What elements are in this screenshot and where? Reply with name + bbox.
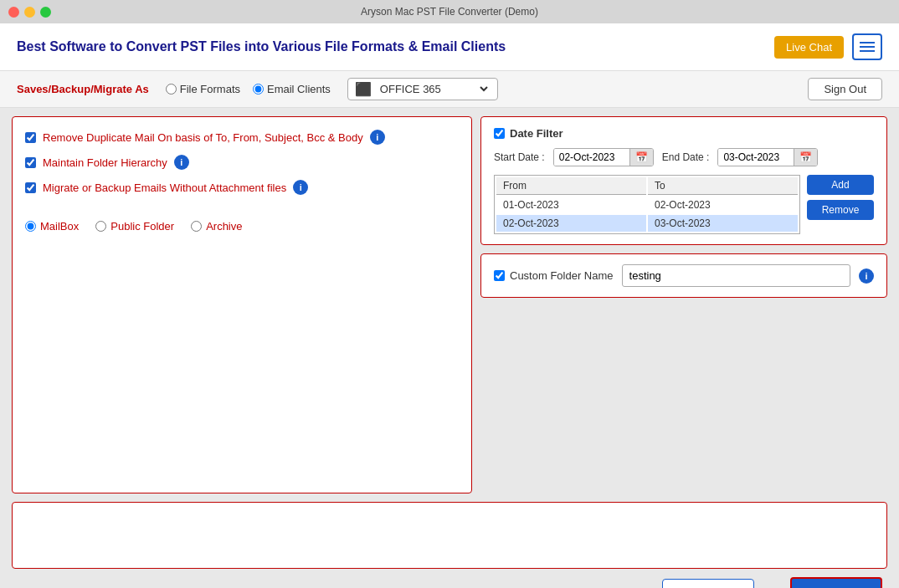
header-title: Best Software to Convert PST Files into … — [17, 39, 506, 54]
table-cell-from: 02-Oct-2023 — [496, 215, 646, 232]
date-filter-header: Date Filter — [494, 127, 874, 140]
close-button[interactable] — [8, 7, 19, 18]
archive-label: Archive — [206, 220, 242, 233]
date-filter-title: Date Filter — [510, 127, 563, 140]
log-area — [12, 502, 887, 569]
custom-folder-label-text: Custom Folder Name — [510, 269, 614, 282]
start-date-calendar-button[interactable]: 📅 — [629, 149, 653, 166]
checkbox-item-3: Migrate or Backup Emails Without Attachm… — [25, 180, 459, 195]
minimize-button[interactable] — [24, 7, 35, 18]
table-cell-from: 01-Oct-2023 — [496, 197, 646, 213]
custom-folder-label-wrapper: Custom Folder Name — [494, 269, 614, 282]
remove-date-button[interactable]: Remove — [807, 200, 874, 220]
no-attachment-info-icon[interactable]: i — [293, 180, 308, 195]
previous-button[interactable]: Previous — [662, 579, 754, 588]
hamburger-line-2 — [860, 46, 875, 48]
hamburger-line-1 — [860, 42, 875, 43]
convert-button[interactable]: Convert — [790, 577, 882, 588]
duplicate-mail-info-icon[interactable]: i — [370, 130, 385, 145]
custom-folder-input[interactable] — [622, 264, 850, 287]
public-folder-option[interactable]: Public Folder — [95, 220, 174, 233]
folder-hierarchy-label: Maintain Folder Hierarchy — [43, 156, 167, 169]
table-cell-to: 03-Oct-2023 — [648, 215, 798, 232]
custom-folder-info-icon[interactable]: i — [859, 268, 874, 284]
checkbox-item-2: Maintain Folder Hierarchy i — [25, 155, 459, 170]
left-panel: Remove Duplicate Mail On basis of To, Fr… — [12, 116, 472, 493]
table-row[interactable]: 01-Oct-202302-Oct-2023 — [496, 197, 798, 213]
mailbox-radio[interactable] — [25, 221, 36, 232]
mailbox-option[interactable]: MailBox — [25, 220, 79, 233]
folder-hierarchy-checkbox[interactable] — [25, 157, 36, 168]
sign-out-button[interactable]: Sign Out — [808, 78, 882, 100]
office-icon: ⬛ — [355, 81, 372, 97]
mailbox-radio-group: MailBox Public Folder Archive — [25, 212, 459, 233]
folder-hierarchy-info-icon[interactable]: i — [174, 155, 189, 170]
end-date-wrapper: 📅 — [717, 148, 818, 166]
date-filter-box: Date Filter Start Date : 📅 End Date : 📅 — [480, 116, 887, 245]
no-attachment-checkbox[interactable] — [25, 182, 36, 193]
mailbox-label: MailBox — [40, 220, 79, 233]
office-select[interactable]: OFFICE 365 — [377, 82, 491, 96]
public-folder-label: Public Folder — [110, 220, 174, 233]
convert-btn-group: Convert (Click here to Convert) — [790, 577, 882, 588]
col-to-header: To — [648, 177, 798, 195]
window-title: Aryson Mac PST File Converter (Demo) — [361, 6, 538, 18]
file-formats-option[interactable]: File Formats — [166, 83, 240, 95]
saves-label: Saves/Backup/Migrate As — [17, 83, 149, 95]
col-from-header: From — [496, 177, 646, 195]
live-chat-button[interactable]: Live Chat — [774, 36, 844, 59]
hamburger-line-3 — [860, 50, 875, 52]
date-row: Start Date : 📅 End Date : 📅 — [494, 148, 874, 166]
email-clients-option[interactable]: Email Clients — [253, 83, 331, 95]
end-date-label: End Date : — [662, 151, 710, 163]
add-date-button[interactable]: Add — [807, 175, 874, 195]
duplicate-mail-label: Remove Duplicate Mail On basis of To, Fr… — [43, 131, 363, 144]
hamburger-button[interactable] — [852, 33, 882, 60]
date-table-actions: Add Remove — [807, 175, 874, 234]
no-attachment-label: Migrate or Backup Emails Without Attachm… — [43, 182, 286, 194]
start-date-wrapper: 📅 — [553, 148, 654, 166]
date-table-container: From To 01-Oct-202302-Oct-202302-Oct-202… — [494, 175, 874, 234]
public-folder-radio[interactable] — [95, 221, 106, 232]
table-row[interactable]: 02-Oct-202303-Oct-2023 — [496, 215, 798, 232]
previous-btn-group: Previous (Click here to go to previous p… — [644, 579, 773, 588]
maximize-button[interactable] — [40, 7, 51, 18]
title-bar-buttons — [8, 7, 51, 18]
archive-radio[interactable] — [191, 221, 202, 232]
email-clients-label: Email Clients — [267, 83, 331, 95]
date-range-table: From To 01-Oct-202302-Oct-202302-Oct-202… — [494, 175, 800, 234]
end-date-input[interactable] — [718, 149, 794, 166]
footer: Previous (Click here to go to previous p… — [0, 569, 899, 588]
table-cell-to: 02-Oct-2023 — [648, 197, 798, 213]
title-bar: Aryson Mac PST File Converter (Demo) — [0, 0, 899, 23]
right-panel: Date Filter Start Date : 📅 End Date : 📅 — [480, 116, 887, 493]
custom-folder-checkbox[interactable] — [494, 270, 505, 281]
main-content: Remove Duplicate Mail On basis of To, Fr… — [0, 108, 899, 502]
file-formats-label: File Formats — [180, 83, 240, 95]
custom-folder-box: Custom Folder Name i — [480, 253, 887, 298]
duplicate-mail-checkbox[interactable] — [25, 132, 36, 143]
start-date-input[interactable] — [554, 149, 629, 166]
file-formats-radio[interactable] — [166, 84, 177, 95]
toolbar: Saves/Backup/Migrate As File Formats Ema… — [0, 71, 899, 108]
date-filter-checkbox[interactable] — [494, 128, 505, 139]
format-radio-group: File Formats Email Clients — [166, 83, 331, 95]
archive-option[interactable]: Archive — [191, 220, 242, 233]
start-date-label: Start Date : — [494, 151, 545, 163]
email-clients-radio[interactable] — [253, 84, 264, 95]
header-right: Live Chat — [774, 33, 882, 60]
checkbox-item-1: Remove Duplicate Mail On basis of To, Fr… — [25, 130, 459, 145]
office-select-wrapper: ⬛ OFFICE 365 — [347, 78, 498, 100]
end-date-calendar-button[interactable]: 📅 — [794, 149, 817, 166]
header: Best Software to Convert PST Files into … — [0, 23, 899, 71]
